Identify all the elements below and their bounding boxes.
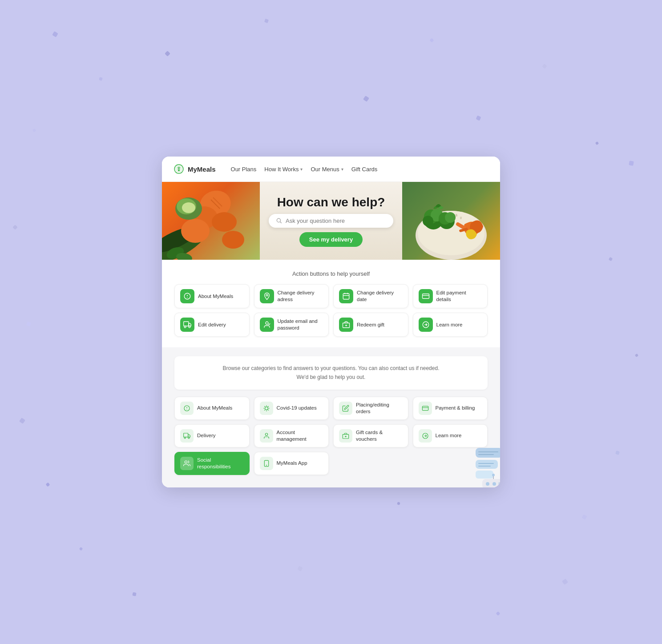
hero-right-image — [402, 182, 500, 260]
nav-our-menus[interactable]: Our Menus ▾ — [311, 166, 343, 173]
action-icon — [339, 289, 353, 303]
svg-marker-45 — [189, 323, 191, 326]
svg-rect-89 — [498, 482, 500, 486]
category-icon — [339, 402, 352, 415]
see-delivery-button[interactable]: See my delivery — [299, 232, 363, 247]
action-icon — [339, 318, 353, 332]
svg-rect-86 — [482, 479, 500, 487]
category-mymeals-app[interactable]: MyMeals App — [254, 452, 329, 475]
categories-grid: About MyMeals Covid-19 updates Placing/e… — [174, 397, 488, 475]
category-delivery[interactable]: Delivery — [174, 424, 250, 447]
category-label: Payment & billing — [436, 405, 475, 411]
action-icon — [180, 318, 194, 332]
svg-point-6 — [181, 219, 210, 243]
svg-point-36 — [187, 298, 188, 298]
svg-rect-38 — [343, 294, 349, 299]
action-redeem-gift[interactable]: Redeem gift — [333, 313, 408, 337]
action-label: About MyMeals — [198, 293, 233, 300]
action-about-mymeals[interactable]: About MyMeals — [174, 284, 250, 308]
nav-our-plans[interactable]: Our Plans — [231, 166, 257, 173]
action-update-email[interactable]: Update email and password — [254, 313, 329, 337]
action-change-date[interactable]: Change delivery date — [333, 284, 408, 308]
action-label: Edit payment details — [436, 290, 482, 303]
action-learn-more[interactable]: Learn more — [413, 313, 488, 337]
svg-rect-81 — [476, 471, 493, 479]
browse-info-box: Browse our categories to find answers to… — [174, 356, 488, 389]
svg-point-48 — [266, 322, 268, 325]
svg-point-29 — [445, 212, 456, 223]
action-change-address[interactable]: Change delivery adress — [254, 284, 329, 308]
category-label: Account management — [277, 429, 323, 443]
svg-point-71 — [265, 433, 267, 435]
svg-point-7 — [222, 231, 244, 249]
svg-point-69 — [184, 437, 186, 438]
browse-info-text-1: Browse our categories to find answers to… — [182, 364, 480, 373]
svg-line-33 — [280, 222, 282, 223]
svg-point-12 — [182, 202, 195, 213]
svg-point-37 — [266, 294, 268, 296]
svg-rect-67 — [184, 433, 188, 437]
search-input[interactable] — [286, 217, 386, 224]
action-icon — [419, 318, 433, 332]
svg-point-76 — [185, 461, 187, 463]
category-payment[interactable]: Payment & billing — [413, 397, 488, 420]
action-section-title: Action buttons to help yourself — [174, 270, 488, 277]
category-learn-more[interactable]: Learn more — [413, 424, 488, 447]
browse-info-text-2: We'd be glad to help you out. — [182, 373, 480, 382]
svg-point-88 — [492, 482, 496, 486]
logo[interactable]: MyMeals — [173, 163, 216, 175]
hero-left-image — [162, 182, 260, 260]
category-label: Placing/editing orders — [356, 402, 403, 415]
category-icon — [260, 429, 273, 443]
svg-line-61 — [264, 406, 265, 407]
category-label: MyMeals App — [277, 460, 307, 467]
category-icon — [180, 429, 194, 443]
search-icon — [276, 217, 282, 224]
svg-rect-79 — [476, 448, 500, 458]
category-gift-cards[interactable]: Gift cards & vouchers — [333, 424, 408, 447]
nav-how-it-works[interactable]: How It Works ▾ — [264, 166, 303, 173]
category-about-mymeals[interactable]: About MyMeals — [174, 397, 250, 420]
category-icon — [180, 402, 194, 415]
svg-rect-65 — [422, 406, 428, 410]
category-label: Learn more — [436, 432, 462, 439]
action-label: Change delivery date — [357, 290, 403, 303]
svg-point-55 — [186, 409, 187, 410]
svg-point-47 — [189, 326, 190, 328]
svg-marker-68 — [188, 435, 190, 437]
svg-rect-44 — [184, 322, 189, 326]
category-label: Covid-19 updates — [277, 405, 317, 411]
category-social-responsibilities[interactable]: Social responsibilities — [174, 452, 250, 475]
category-icon — [260, 457, 273, 470]
category-label: Gift cards & vouchers — [356, 429, 403, 443]
logo-text: MyMeals — [188, 165, 216, 173]
svg-point-5 — [212, 212, 237, 232]
action-icon — [419, 289, 433, 303]
browse-section: Browse our categories to find answers to… — [162, 347, 500, 487]
svg-line-62 — [267, 410, 268, 411]
category-icon — [260, 402, 273, 415]
action-edit-payment[interactable]: Edit payment details — [413, 284, 488, 308]
hero-title: How can we help? — [277, 195, 385, 209]
svg-line-63 — [264, 410, 265, 411]
action-label: Update email and password — [278, 318, 323, 331]
chevron-icon: ▾ — [341, 167, 343, 172]
action-icon — [260, 318, 274, 332]
category-label: Social responsibilities — [197, 457, 244, 470]
category-label: About MyMeals — [197, 405, 232, 411]
svg-point-70 — [188, 437, 190, 438]
category-placing-orders[interactable]: Placing/editing orders — [333, 397, 408, 420]
svg-point-0 — [178, 169, 180, 171]
category-account-management[interactable]: Account management — [254, 424, 329, 447]
action-edit-delivery[interactable]: Edit delivery — [174, 313, 250, 337]
navbar: MyMeals Our Plans How It Works ▾ Our Men… — [162, 157, 500, 182]
category-covid[interactable]: Covid-19 updates — [254, 397, 329, 420]
category-icon — [419, 429, 432, 443]
action-label: Redeem gift — [357, 322, 384, 328]
search-bar[interactable] — [269, 214, 393, 228]
svg-point-91 — [492, 474, 495, 476]
svg-point-46 — [184, 326, 186, 328]
category-label: Delivery — [197, 432, 216, 439]
nav-gift-cards[interactable]: Gift Cards — [351, 166, 378, 173]
action-section: Action buttons to help yourself About My… — [162, 260, 500, 347]
